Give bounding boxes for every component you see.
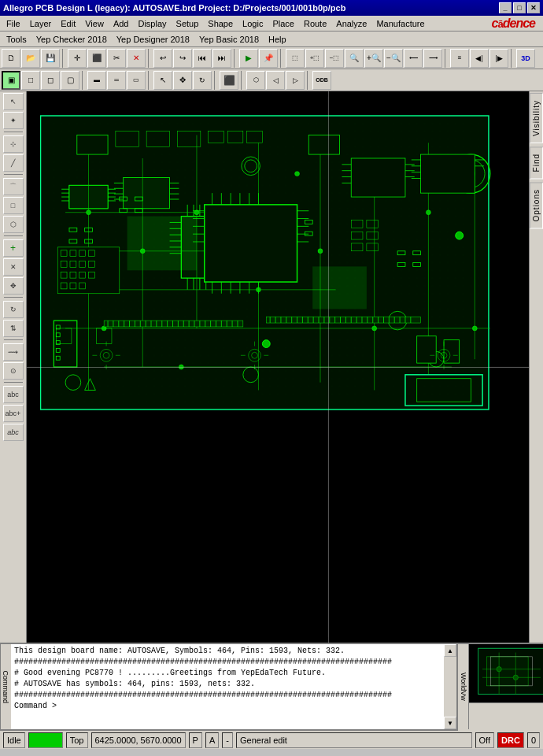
- scroll-down-arrow[interactable]: ▼: [444, 717, 456, 729]
- tb-arrow-r[interactable]: |▶: [489, 49, 508, 68]
- tb2-b3[interactable]: ▭: [127, 71, 146, 90]
- tb2-b2[interactable]: ═: [107, 71, 126, 90]
- menu-place[interactable]: Place: [268, 16, 299, 31]
- tb-zoom-next[interactable]: ⟶: [423, 49, 442, 68]
- window-title: Allegro PCB Design L (legacy): AUTOSAVE.…: [3, 3, 499, 13]
- lt-via[interactable]: ⊙: [3, 362, 24, 380]
- svg-rect-200: [417, 336, 437, 363]
- lt-del[interactable]: ✕: [3, 258, 24, 276]
- visibility-tab[interactable]: Visibility: [530, 93, 543, 143]
- lt-add[interactable]: +: [3, 239, 24, 257]
- lt-text2[interactable]: abc: [3, 424, 24, 441]
- find-tab[interactable]: Find: [530, 146, 543, 179]
- console-left: Command This design board name: AUTOSAVE…: [0, 644, 456, 729]
- tb-3d[interactable]: 3D: [516, 49, 535, 68]
- console-line-5: ########################################…: [14, 690, 452, 701]
- tb2-cursor[interactable]: ↖: [153, 71, 172, 90]
- world-view-minimap[interactable]: [469, 644, 543, 703]
- tb-zoom-area[interactable]: ⬚: [286, 49, 305, 68]
- menu-file[interactable]: File: [2, 16, 25, 31]
- menu-tools[interactable]: Tools: [2, 32, 31, 46]
- tb2-odb[interactable]: ODB: [312, 71, 331, 90]
- view-text: Top: [70, 736, 84, 745]
- tb-save[interactable]: 💾: [41, 49, 60, 68]
- lt-text-add[interactable]: abc+: [3, 405, 24, 422]
- lt-rotate[interactable]: ↻: [3, 301, 24, 318]
- tb-cut[interactable]: ✂: [107, 49, 126, 68]
- tb-zoom-in-box[interactable]: +⬚: [305, 49, 324, 68]
- toolbar-separator-3: [234, 49, 237, 68]
- tb2-chip[interactable]: ⬡: [246, 71, 265, 90]
- pcb-canvas-area[interactable]: [27, 91, 529, 643]
- tb-zoom-prev[interactable]: ⟵: [404, 49, 423, 68]
- tb-cross[interactable]: ✛: [68, 49, 87, 68]
- toolbar2-sep-2: [148, 71, 151, 90]
- svg-point-263: [497, 667, 501, 672]
- tb-zoom-out[interactable]: −⬚: [325, 49, 344, 68]
- tb2-sq1[interactable]: □: [21, 71, 40, 90]
- menu-setup[interactable]: Setup: [172, 16, 204, 31]
- menu-analyze[interactable]: Analyze: [331, 16, 371, 31]
- menu-manufacture[interactable]: Manufacture: [371, 16, 429, 31]
- menu-shape[interactable]: Shape: [203, 16, 238, 31]
- lt-text[interactable]: abc: [3, 386, 24, 403]
- tb2-move[interactable]: ✥: [173, 71, 192, 90]
- tb-undo[interactable]: ↩: [153, 49, 172, 68]
- menu-route[interactable]: Route: [299, 16, 331, 31]
- menu-help[interactable]: Help: [264, 32, 291, 46]
- menu-display[interactable]: Display: [133, 16, 171, 31]
- lt-arc[interactable]: ⌒: [3, 178, 24, 195]
- tb-pin[interactable]: 📌: [259, 49, 278, 68]
- tb-layers[interactable]: ≡: [450, 49, 469, 68]
- tb-forward[interactable]: ⏭: [212, 49, 231, 68]
- tb-arrow-l[interactable]: ◀|: [470, 49, 489, 68]
- lt-measure[interactable]: ⊹: [3, 135, 24, 153]
- lt-select[interactable]: ↖: [3, 93, 24, 110]
- tb2-arrow-r2[interactable]: ▷: [286, 71, 305, 90]
- close-button[interactable]: ✕: [527, 2, 540, 13]
- options-tab[interactable]: Options: [530, 182, 543, 228]
- tb2-sq3[interactable]: ▢: [61, 71, 79, 90]
- tb-run[interactable]: ▶: [239, 49, 258, 68]
- tb-zoom-in[interactable]: +🔍: [364, 49, 383, 68]
- mode-text: General edit: [240, 736, 287, 745]
- maximize-button[interactable]: □: [513, 2, 526, 13]
- tb-zoom-fit[interactable]: 🔍: [345, 49, 364, 68]
- lt-move[interactable]: ✥: [3, 277, 24, 295]
- console-scrollbar[interactable]: ▲ ▼: [444, 644, 456, 729]
- menu-yep-checker[interactable]: Yep Checker 2018: [31, 32, 112, 46]
- tb-redo[interactable]: ↪: [173, 49, 192, 68]
- console-text[interactable]: This design board name: AUTOSAVE, Symbol…: [11, 644, 455, 729]
- menu-view[interactable]: View: [80, 16, 109, 31]
- pin-indicator: P: [189, 732, 202, 748]
- tb-zoom-out2[interactable]: −🔍: [384, 49, 403, 68]
- menu-add[interactable]: Add: [109, 16, 134, 31]
- console-line-3: # Good evening PC8770 ! .........Greetin…: [14, 668, 452, 679]
- tb2-b1[interactable]: ▬: [87, 71, 106, 90]
- tb-new[interactable]: 🗋: [2, 49, 20, 68]
- sep-text: -: [226, 736, 229, 745]
- tb-back[interactable]: ⏮: [193, 49, 212, 68]
- menu-yep-basic[interactable]: Yep Basic 2018: [194, 32, 264, 46]
- menu-logic[interactable]: Logic: [238, 16, 268, 31]
- menu-yep-designer[interactable]: Yep Designer 2018: [112, 32, 194, 46]
- minimize-button[interactable]: _: [499, 2, 512, 13]
- lt-line[interactable]: ╱: [3, 154, 24, 172]
- tb-delete[interactable]: ✕: [127, 49, 146, 68]
- scroll-up-arrow[interactable]: ▲: [444, 644, 456, 657]
- menu-edit[interactable]: Edit: [56, 16, 80, 31]
- lt-route[interactable]: ⟿: [3, 343, 24, 361]
- lt-rect[interactable]: □: [3, 197, 24, 214]
- lt-flip[interactable]: ⇅: [3, 320, 24, 337]
- svg-rect-258: [486, 657, 528, 686]
- tb2-stop[interactable]: ⬛: [220, 71, 238, 90]
- tb2-sq2[interactable]: ◻: [41, 71, 60, 90]
- lt-point[interactable]: ✦: [3, 112, 24, 129]
- lt-poly[interactable]: ⬡: [3, 216, 24, 233]
- tb2-rotate[interactable]: ↻: [193, 71, 212, 90]
- tb-copy[interactable]: ⬛: [87, 49, 106, 68]
- tb2-select[interactable]: ▣: [2, 71, 20, 90]
- tb-open[interactable]: 📂: [21, 49, 40, 68]
- tb2-arrow-l2[interactable]: ◁: [266, 71, 285, 90]
- menu-layer[interactable]: Layer: [25, 16, 57, 31]
